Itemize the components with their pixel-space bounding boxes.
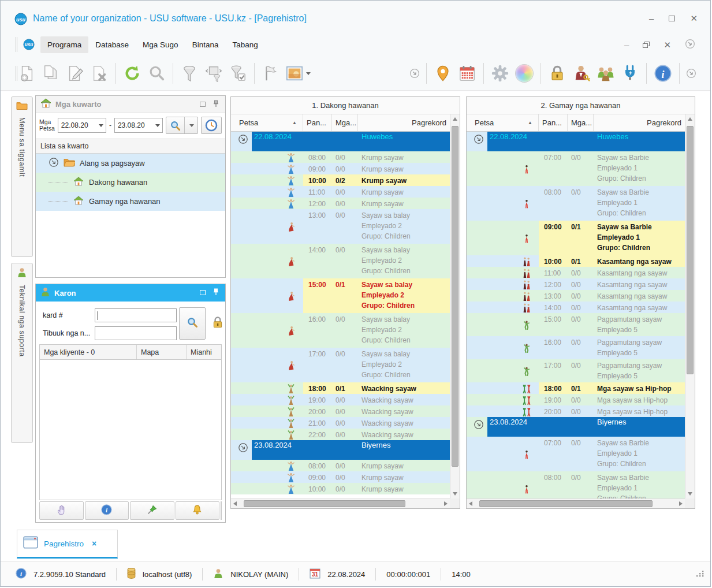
schedule-column-headers[interactable]: Petsa▲ Pan... Mga... Pagrekord	[467, 114, 685, 132]
expander-icon[interactable]	[467, 132, 487, 151]
schedule-slot-row[interactable]: 13:00 0/0 Sayaw sa balayEmpleyado 2Grupo…	[231, 209, 450, 244]
filter-button[interactable]	[177, 61, 202, 85]
schedule-slot-row[interactable]: 08:00 0/0 Sayaw sa BarbieEmpleyado 1Grup…	[467, 471, 685, 498]
mdi-minimize-button[interactable]: –	[624, 41, 629, 49]
color-wheel-button[interactable]	[512, 61, 536, 85]
users-group-button[interactable]	[594, 61, 618, 85]
schedule-slot-row[interactable]: 08:00 0/0 Krump sayaw	[231, 151, 450, 163]
refresh-button[interactable]	[120, 61, 144, 85]
schedule-slot-row[interactable]: 19:00 0/0 Mga sayaw sa Hip-hop	[467, 394, 685, 405]
tree-item-gamay-nga-hawanan[interactable]: Gamay nga hawanan	[36, 192, 225, 211]
menu-mga-sugo[interactable]: Mga Sugo	[136, 36, 185, 53]
menu-overflow-icon[interactable]	[685, 39, 695, 51]
tree-item-dakong-hawanan[interactable]: Dakong hawanan	[36, 173, 225, 192]
menu-tabang[interactable]: Tabang	[225, 36, 264, 53]
mdi-close-button[interactable]: ✕	[663, 41, 671, 49]
arrived-column-header[interactable]: Mianhi	[187, 345, 221, 359]
karon-maximize-button[interactable]	[198, 289, 207, 297]
schedule-slot-row[interactable]: 09:00 0/0 Krump sayaw	[231, 471, 450, 483]
card-number-input[interactable]	[95, 308, 177, 322]
flag-button[interactable]	[259, 61, 283, 85]
menu-bintana[interactable]: Bintana	[185, 36, 226, 53]
lock-icon[interactable]	[211, 316, 224, 331]
chevron-more-button[interactable]	[407, 61, 422, 85]
horizontal-scrollbar[interactable]	[467, 498, 685, 508]
info-button[interactable]: i	[85, 501, 129, 520]
schedule-slot-row[interactable]: 18:00 0/1 Waacking sayaw	[231, 382, 450, 394]
schedule-slot-row[interactable]: 18:00 0/1 Mga sayaw sa Hip-hop	[467, 382, 685, 394]
image-tool-button[interactable]	[283, 61, 313, 85]
settings-gear-button[interactable]	[488, 61, 512, 85]
schedule-slot-row[interactable]: 16:00 0/0 Sayaw sa balayEmpleyado 2Grupo…	[231, 313, 450, 348]
map-pin-button[interactable]	[431, 61, 455, 85]
user-key-button[interactable]	[569, 61, 594, 85]
lock-button[interactable]	[545, 61, 569, 85]
karon-pin-button[interactable]	[211, 288, 221, 297]
schedule-slot-row[interactable]: 11:00 0/0 Kasamtang nga sayaw	[467, 267, 685, 278]
schedule-slot-row[interactable]: 12:00 0/0 Krump sayaw	[231, 198, 450, 209]
resize-grip[interactable]	[696, 571, 704, 579]
rooms-search-split-button[interactable]	[166, 117, 198, 134]
filter-check-button[interactable]	[226, 61, 250, 85]
date-from-select[interactable]: 22.08.20	[58, 118, 106, 133]
maximize-button[interactable]	[669, 14, 675, 23]
new-record-button[interactable]	[14, 61, 39, 85]
schedule-slot-row[interactable]: 08:00 0/0 Sayaw sa BarbieEmpleyado 1Grup…	[467, 186, 685, 221]
plug-button[interactable]	[618, 61, 642, 85]
calendar-button[interactable]	[455, 61, 479, 85]
expander-icon[interactable]	[231, 440, 252, 460]
schedule-column-headers[interactable]: Petsa▲ Pan... Mga... Pagrekord	[231, 114, 450, 132]
map-column-header[interactable]: Mapa	[137, 345, 187, 359]
schedule-slot-row[interactable]: 20:00 0/0 Waacking sayaw	[231, 405, 450, 417]
schedule-slot-row[interactable]: 19:00 0/0 Waacking sayaw	[231, 394, 450, 405]
schedule-slot-row[interactable]: 08:00 0/0 Krump sayaw	[231, 460, 450, 471]
mdi-restore-button[interactable]	[643, 41, 650, 49]
close-button[interactable]: ✕	[690, 14, 698, 23]
schedule-slot-row[interactable]: 13:00 0/0 Kasamtang nga sayaw	[467, 290, 685, 302]
schedule-slot-row[interactable]: 15:00 0/0 Pagpamutang sayawEmpleyado 5	[467, 313, 685, 336]
date-row[interactable]: 23.08.2024Biyernes	[231, 440, 450, 460]
minimize-button[interactable]: –	[649, 14, 654, 23]
schedule-slot-row[interactable]: 10:00 0/2 Krump sayaw	[231, 174, 450, 186]
delete-record-button[interactable]	[87, 61, 111, 85]
schedule-body[interactable]: 22.08.2024Huwebes 07:00 0/0 Sayaw sa Bar…	[467, 132, 685, 498]
search-icon[interactable]	[166, 117, 184, 133]
schedule-slot-row[interactable]: 14:00 0/0 Sayaw sa balayEmpleyado 2Grupo…	[231, 244, 450, 278]
horizontal-scrollbar[interactable]	[231, 498, 450, 508]
client-search-button[interactable]	[179, 307, 206, 340]
schedule-slot-row[interactable]: 17:00 0/0 Sayaw sa balayEmpleyado 2Grupo…	[231, 348, 450, 382]
toolbar-grip[interactable]	[16, 37, 17, 52]
date-row[interactable]: 23.08.2024Biyernes	[467, 417, 685, 437]
date-to-select[interactable]: 23.08.20	[114, 118, 163, 133]
edit-record-button[interactable]	[63, 61, 87, 85]
schedule-slot-row[interactable]: 07:00 0/0 Sayaw sa BarbieEmpleyado 1Grup…	[467, 437, 685, 471]
clients-column-header[interactable]: Mga kliyente - 0	[40, 345, 137, 359]
sidebar-tab-user-menu[interactable]: Menu sa tiggamit	[11, 96, 33, 257]
schedule-slot-row[interactable]: 10:00 0/1 Kasamtang nga sayaw	[467, 255, 685, 267]
hand-button[interactable]	[39, 501, 84, 520]
rooms-pin-button[interactable]	[211, 100, 221, 109]
schedule-slot-row[interactable]: 17:00 0/0 Pagpamutang sayawEmpleyado 5	[467, 359, 685, 382]
schedule-slot-row[interactable]: 09:00 0/0 Krump sayaw	[231, 163, 450, 174]
schedule-slot-row[interactable]: 20:00 0/0 Mga sayaw sa Hip-hop	[467, 405, 685, 417]
schedule-body[interactable]: 22.08.2024Huwebes 08:00 0/0 Krump sayaw …	[231, 132, 450, 494]
vertical-scrollbar[interactable]	[450, 114, 460, 498]
rooms-list-header[interactable]: Lista sa kwarto	[36, 139, 225, 154]
info-button[interactable]: i	[651, 61, 675, 85]
date-row[interactable]: 22.08.2024Huwebes	[231, 132, 450, 151]
clients-table-body[interactable]	[39, 360, 222, 500]
schedule-slot-row[interactable]: 21:00 0/0 Waacking sayaw	[231, 417, 450, 429]
schedule-slot-row[interactable]: 07:00 0/0 Sayaw sa BarbieEmpleyado 1Grup…	[467, 151, 685, 186]
full-name-input[interactable]	[95, 326, 177, 340]
filter-panel-button[interactable]	[202, 61, 226, 85]
schedule-slot-row[interactable]: 10:00 0/0 Krump sayaw	[231, 483, 450, 494]
menu-database[interactable]: Database	[88, 36, 136, 53]
schedule-slot-row[interactable]: 14:00 0/0 Kasamtang nga sayaw	[467, 302, 685, 313]
tab-close-icon[interactable]: ×	[92, 539, 96, 548]
bell-button[interactable]	[176, 501, 220, 520]
schedule-slot-row[interactable]: 16:00 0/0 Pagpamutang sayawEmpleyado 5	[467, 336, 685, 359]
toolbar-overflow-button[interactable]	[684, 61, 699, 85]
schedule-slot-row[interactable]: 11:00 0/0 Krump sayaw	[231, 186, 450, 198]
expander-icon[interactable]	[231, 132, 252, 151]
tree-item-alang-sa-pagsayaw[interactable]: Alang sa pagsayaw	[36, 154, 225, 173]
